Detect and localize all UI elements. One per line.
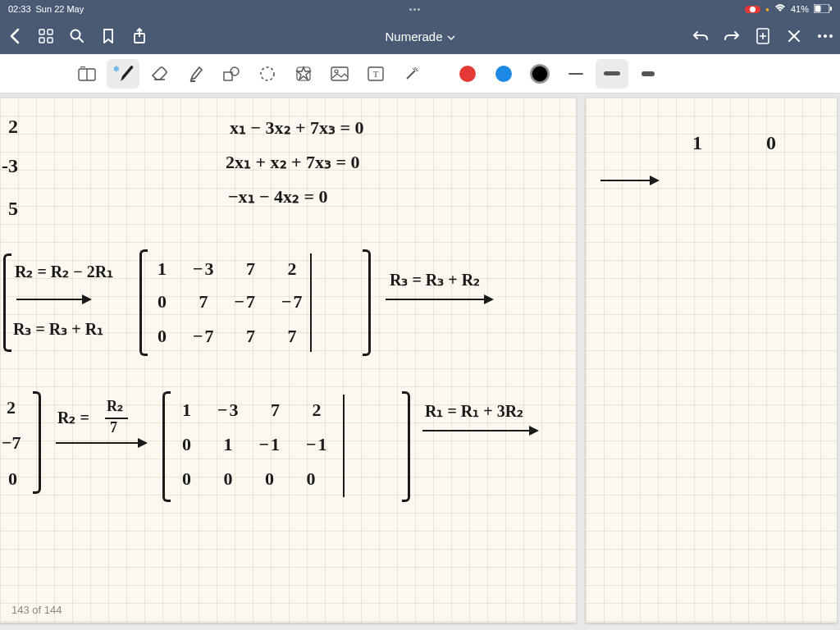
page-left[interactable]: 2 -3 5 x₁ − 3x₂ + 7x₃ = 0 2x₁ + x₂ + 7x₃… xyxy=(0,98,576,623)
more-icon[interactable] xyxy=(817,28,833,44)
arrow xyxy=(422,430,537,431)
ink-matrix-row: 0 −7 7 7 xyxy=(158,326,299,347)
matrix-divider xyxy=(310,253,312,352)
close-icon[interactable] xyxy=(786,28,802,44)
location-indicator: ● xyxy=(765,6,769,13)
arrow xyxy=(56,442,146,444)
svg-rect-27 xyxy=(331,67,348,80)
svg-text:T: T xyxy=(373,69,379,79)
svg-point-18 xyxy=(829,34,833,38)
redo-button[interactable] xyxy=(724,28,740,44)
ink: 5 xyxy=(8,198,18,220)
highlighter-tool[interactable] xyxy=(179,59,212,89)
nav-bar: Numerade xyxy=(0,18,840,54)
svg-line-31 xyxy=(407,71,415,79)
image-tool[interactable] xyxy=(323,59,356,89)
ink: 2 xyxy=(7,397,16,418)
ink-matrix-row: 0 0 0 0 xyxy=(182,468,317,490)
svg-line-8 xyxy=(79,38,83,42)
status-bar: 02:33 Sun 22 May ● 41% xyxy=(0,0,840,18)
text-tool[interactable]: T xyxy=(359,59,392,89)
matrix-divider xyxy=(343,395,345,497)
wifi-icon xyxy=(774,4,786,14)
drawing-toolbar: ✻ T xyxy=(0,54,840,94)
svg-rect-6 xyxy=(48,38,52,43)
page-counter: 143 of 144 xyxy=(11,604,62,616)
ink-equation-3: −x₁ − 4x₂ = 0 xyxy=(228,186,328,208)
ink-rowop: R₃ = R₃ + R₁ xyxy=(13,319,103,339)
pen-tool[interactable]: ✻ xyxy=(107,59,139,89)
svg-rect-2 xyxy=(830,7,832,11)
bluetooth-icon: ✻ xyxy=(113,65,120,73)
svg-point-28 xyxy=(335,70,338,73)
ink-equation-1: x₁ − 3x₂ + 7x₃ = 0 xyxy=(230,117,364,139)
lasso-tool[interactable] xyxy=(251,59,284,89)
shapes-tool[interactable] xyxy=(215,59,248,89)
multitask-handle[interactable] xyxy=(402,8,427,11)
ink: −7 xyxy=(2,432,21,454)
color-black[interactable] xyxy=(523,59,556,89)
svg-line-35 xyxy=(413,68,414,70)
document-title: Numerade xyxy=(385,30,442,43)
ink-rowop: R₂ = xyxy=(57,408,89,427)
ink-matrix-row: 1 −3 7 2 xyxy=(182,399,323,421)
page-right[interactable]: 1 0 4 xyxy=(586,98,837,623)
bookmark-icon[interactable] xyxy=(100,28,116,44)
ink: 1 0 4 xyxy=(692,132,840,154)
svg-line-33 xyxy=(416,68,418,70)
svg-rect-4 xyxy=(48,30,52,34)
screen-recording-indicator[interactable] xyxy=(745,6,760,13)
color-blue[interactable] xyxy=(487,59,520,89)
stroke-thin[interactable] xyxy=(559,59,592,89)
svg-rect-5 xyxy=(39,38,44,43)
sticker-tool[interactable] xyxy=(287,59,320,89)
svg-rect-3 xyxy=(39,30,44,34)
arrow xyxy=(386,299,492,300)
search-icon[interactable] xyxy=(69,28,85,44)
battery-icon xyxy=(814,4,832,15)
ink-rowop: R₂ xyxy=(107,397,123,415)
undo-button[interactable] xyxy=(692,28,709,44)
ink-matrix-row: 1 −3 7 2 xyxy=(158,258,299,280)
arrow xyxy=(600,180,658,181)
ink: 0 xyxy=(8,468,17,490)
ink-matrix-row: 0 7 −7 −7 xyxy=(158,291,304,313)
bracket xyxy=(162,391,171,502)
ink-rowop: 7 xyxy=(110,419,117,436)
svg-point-16 xyxy=(818,34,821,38)
color-red[interactable] xyxy=(451,59,484,89)
battery-percent: 41% xyxy=(791,4,809,14)
laser-tool[interactable] xyxy=(395,59,428,89)
add-page-button[interactable] xyxy=(755,28,771,44)
read-mode-tool[interactable] xyxy=(71,59,103,89)
ink: -3 xyxy=(2,155,18,177)
clock: 02:33 xyxy=(8,4,31,14)
share-icon[interactable] xyxy=(131,28,148,44)
bracket xyxy=(139,249,148,356)
document-title-dropdown[interactable]: Numerade xyxy=(148,30,692,43)
svg-point-24 xyxy=(231,67,239,75)
ink-rowop: R₂ = R₂ − 2R₁ xyxy=(15,262,113,281)
bracket xyxy=(402,391,410,502)
ink-matrix-row: 0 1 −1 −1 xyxy=(182,434,329,455)
ink: 2 xyxy=(8,116,18,138)
svg-point-25 xyxy=(261,67,274,80)
svg-rect-26 xyxy=(297,67,310,80)
canvas-area[interactable]: 2 -3 5 x₁ − 3x₂ + 7x₃ = 0 2x₁ + x₂ + 7x₃… xyxy=(0,94,840,630)
stroke-thick[interactable] xyxy=(632,59,664,89)
arrow xyxy=(16,299,90,300)
grid-icon[interactable] xyxy=(38,28,54,44)
ink-equation-2: 2x₁ + x₂ + 7x₃ = 0 xyxy=(226,152,360,173)
stroke-medium[interactable] xyxy=(596,59,628,89)
date: Sun 22 May xyxy=(36,4,84,14)
bracket xyxy=(33,391,41,494)
ink-rowop: R₃ = R₃ + R₂ xyxy=(390,270,480,290)
ink-rowop: R₁ = R₁ + 3R₂ xyxy=(425,401,523,421)
bracket xyxy=(363,249,371,356)
svg-point-17 xyxy=(824,34,827,38)
eraser-tool[interactable] xyxy=(143,59,176,89)
bracket xyxy=(3,253,11,352)
svg-rect-1 xyxy=(815,5,820,11)
chevron-down-icon xyxy=(447,30,455,43)
back-button[interactable] xyxy=(7,28,23,44)
